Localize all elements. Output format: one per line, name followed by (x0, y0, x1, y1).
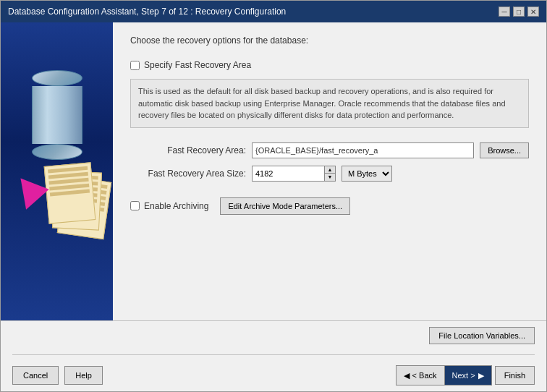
left-illustration-panel (1, 22, 113, 320)
spinner-down-button[interactable]: ▼ (325, 174, 335, 181)
title-bar: Database Configuration Assistant, Step 7… (1, 1, 546, 22)
enable-archiving-label[interactable]: Enable Archiving (144, 201, 208, 211)
recovery-form: Fast Recovery Area: Browse... Fast Recov… (130, 142, 529, 182)
archiving-section: Enable Archiving Edit Archive Mode Param… (130, 197, 529, 215)
back-button[interactable]: ◀ < Back (397, 366, 445, 385)
right-panel: Choose the recovery options for the data… (113, 22, 546, 320)
fast-recovery-checkbox-label[interactable]: Specify Fast Recovery Area (144, 60, 251, 70)
window-title: Database Configuration Assistant, Step 7… (8, 7, 286, 17)
back-label: < Back (412, 371, 437, 380)
right-nav-buttons: ◀ < Back Next > ▶ Finish (396, 365, 535, 385)
cylinder-top (32, 70, 82, 86)
cylinder-body (32, 86, 82, 144)
nav-row: Cancel Help ◀ < Back Next > ▶ Fi (12, 365, 535, 385)
next-chevron-icon: ▶ (478, 371, 484, 380)
maximize-button[interactable]: □ (513, 7, 525, 17)
next-label: Next > (452, 371, 475, 380)
close-button[interactable]: ✕ (527, 7, 539, 17)
fast-recovery-info: This is used as the default for all disk… (130, 79, 529, 128)
spinner-up-button[interactable]: ▲ (325, 166, 335, 174)
window-body: Choose the recovery options for the data… (1, 22, 546, 391)
main-window: Database Configuration Assistant, Step 7… (0, 0, 547, 392)
db-illustration (10, 56, 104, 287)
back-chevron-icon: ◀ (404, 371, 410, 380)
spinner-buttons: ▲ ▼ (324, 166, 336, 182)
archiving-checkbox-row: Enable Archiving (130, 201, 208, 211)
back-next-group: ◀ < Back Next > ▶ (396, 365, 492, 385)
bottom-bar: File Location Variables... Cancel Help ◀… (1, 320, 546, 391)
database-cylinder (32, 70, 82, 160)
paper-lines (48, 166, 90, 197)
next-button[interactable]: Next > ▶ (445, 366, 491, 385)
fast-recovery-checkbox-row: Specify Fast Recovery Area (130, 60, 529, 70)
paper-doc-1 (43, 162, 96, 223)
cancel-button[interactable]: Cancel (12, 366, 59, 385)
fast-recovery-size-row: Fast Recovery Area Size: ▲ ▼ M Bytes G B… (130, 166, 529, 182)
fast-recovery-area-row: Fast Recovery Area: Browse... (130, 142, 529, 158)
section-intro: Choose the recovery options for the data… (130, 35, 529, 46)
separator (12, 354, 535, 355)
fast-recovery-checkbox[interactable] (130, 61, 140, 70)
papers-area (17, 150, 104, 265)
enable-archiving-checkbox[interactable] (130, 201, 140, 210)
paper-line (49, 189, 89, 197)
edit-archive-mode-button[interactable]: Edit Archive Mode Parameters... (220, 197, 350, 215)
file-location-row: File Location Variables... (12, 327, 535, 344)
size-spinner-input[interactable] (252, 166, 324, 182)
fast-recovery-area-label: Fast Recovery Area: (130, 145, 246, 155)
left-nav-buttons: Cancel Help (12, 366, 103, 385)
arrow-icon (20, 174, 51, 210)
fast-recovery-size-label: Fast Recovery Area Size: (130, 169, 246, 179)
main-content: Choose the recovery options for the data… (1, 22, 546, 320)
finish-button[interactable]: Finish (495, 366, 535, 385)
size-spinner-group: ▲ ▼ (252, 166, 336, 182)
unit-select[interactable]: M Bytes G Bytes (342, 166, 392, 182)
file-location-button[interactable]: File Location Variables... (429, 327, 535, 344)
browse-button[interactable]: Browse... (480, 142, 529, 158)
fast-recovery-area-input[interactable] (252, 142, 474, 158)
minimize-button[interactable]: ─ (499, 7, 510, 17)
help-button[interactable]: Help (64, 366, 103, 385)
window-controls: ─ □ ✕ (499, 7, 539, 17)
